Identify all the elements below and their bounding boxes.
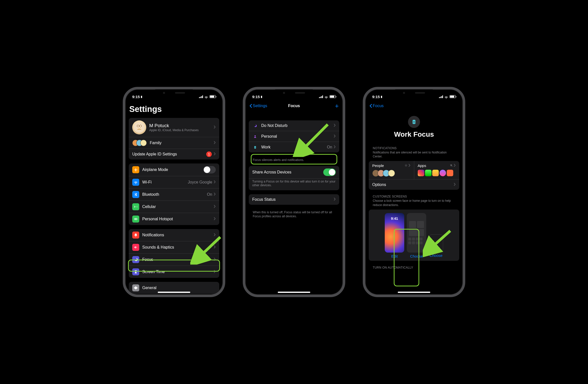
notif-sub: Notifications that are silenced will be …: [369, 150, 459, 159]
family-row[interactable]: Family: [129, 137, 219, 149]
screentime-row[interactable]: Screen Time: [129, 266, 219, 278]
wifi-icon: [444, 95, 448, 98]
notif-group: People Apps: [369, 161, 459, 190]
page-title: Settings: [129, 104, 219, 114]
svg-point-7: [254, 135, 256, 136]
avatar: [132, 120, 146, 134]
wifi-icon: [132, 179, 139, 186]
chevron-right-icon: [214, 152, 216, 156]
focus-row[interactable]: Focus: [129, 253, 219, 266]
choose-button[interactable]: Choose: [410, 254, 423, 258]
share-group: Share Across Devices Turning a Focus on …: [249, 166, 339, 190]
chevron-right-icon: [334, 124, 336, 128]
work-row[interactable]: Work On: [249, 142, 339, 152]
personal-row[interactable]: Personal: [249, 131, 339, 142]
screens-group: 9:41 Edit Choose: [369, 210, 459, 261]
update-badge: 1: [206, 151, 212, 157]
airplane-row[interactable]: Airplane Mode: [129, 163, 219, 176]
chevron-right-icon: [214, 180, 216, 184]
people-cell[interactable]: People: [369, 161, 414, 179]
status-time: 9:15: [372, 95, 380, 99]
phone-work-focus: 9:15 ▮ Focus Work Focus NOTIFICATIONS No…: [363, 87, 465, 297]
badge-icon: [408, 116, 420, 128]
focus-group: Notifications Sounds & Haptics Focus Scr…: [129, 229, 219, 278]
focus-footer: Focus silences alerts and notifications.: [249, 156, 339, 162]
choose-button[interactable]: Choose: [430, 253, 442, 258]
back-label: Focus: [373, 104, 384, 108]
moon-icon: [132, 256, 139, 263]
account-group: M Potuck Apple ID, iCloud, Media & Purch…: [129, 118, 219, 159]
lock-screen-col[interactable]: 9:41 Edit: [385, 213, 404, 258]
dnd-row[interactable]: Do Not Disturb: [249, 120, 339, 131]
badge-icon: [252, 144, 258, 150]
nav-title: Focus: [288, 104, 300, 108]
svg-rect-14: [413, 123, 415, 123]
share-footer: Turning a Focus on for this device will …: [252, 180, 336, 187]
people-apps-row: People Apps: [369, 161, 459, 179]
focus-indicator-icon: ▮: [141, 95, 142, 98]
watch-col[interactable]: Choose: [429, 213, 443, 258]
chevron-right-icon: [214, 205, 216, 209]
family-label: Family: [150, 141, 214, 145]
people-label: People: [372, 163, 384, 168]
focus-indicator-icon: ▮: [261, 95, 262, 98]
battery-icon: [210, 95, 216, 98]
chevron-left-icon: [369, 104, 372, 108]
app-icons: [418, 170, 456, 176]
bluetooth-row[interactable]: Bluetooth On: [129, 188, 219, 201]
airplane-label: Airplane Mode: [142, 167, 203, 172]
notifications-label: Notifications: [142, 233, 214, 237]
person-icon: [252, 134, 258, 139]
home-screen-col[interactable]: Choose: [407, 213, 426, 258]
bell-slash-icon: [450, 163, 453, 168]
back-button[interactable]: Focus: [369, 104, 384, 108]
options-label: Options: [372, 182, 454, 187]
home-screen-preview: [407, 213, 426, 253]
gear-icon: [404, 163, 408, 168]
nav-bar: Settings Focus +: [249, 100, 339, 111]
status-time: 9:15: [132, 95, 140, 99]
bell-icon: [132, 232, 139, 239]
chevron-right-icon: [334, 198, 336, 202]
chevron-right-icon: [214, 258, 216, 262]
notifications-row[interactable]: Notifications: [129, 229, 219, 241]
hourglass-icon: [132, 268, 139, 275]
cellular-row[interactable]: Cellular: [129, 201, 219, 213]
lock-time: 9:41: [385, 217, 404, 221]
personal-label: Personal: [261, 134, 334, 139]
apple-id-row[interactable]: M Potuck Apple ID, iCloud, Media & Purch…: [129, 118, 219, 137]
status-group: Focus Status: [249, 194, 339, 205]
wifi-icon: [324, 95, 328, 98]
wifi-label: Wi-Fi: [142, 180, 188, 184]
home-indicator[interactable]: [398, 292, 430, 293]
svg-point-13: [414, 121, 414, 122]
battery-icon: [450, 95, 456, 98]
options-row[interactable]: Options: [369, 179, 459, 190]
home-indicator[interactable]: [278, 292, 310, 293]
add-button[interactable]: +: [335, 102, 339, 110]
back-button[interactable]: Settings: [249, 104, 267, 108]
update-apple-id-row[interactable]: Update Apple ID Settings 1: [129, 149, 219, 159]
connectivity-group: Airplane Mode Wi-Fi Joyce Google Bluetoo…: [129, 163, 219, 225]
status-footer: When this is turned off, Focus status wi…: [249, 209, 339, 218]
chevron-right-icon: [408, 164, 410, 168]
focus-status-row[interactable]: Focus Status: [249, 194, 339, 205]
airplane-toggle[interactable]: [203, 166, 216, 173]
chevron-left-icon: [249, 104, 252, 108]
sounds-row[interactable]: Sounds & Haptics: [129, 241, 219, 253]
notif-header: NOTIFICATIONS: [369, 146, 459, 150]
share-row[interactable]: Share Across Devices: [249, 166, 339, 178]
update-label: Update Apple ID Settings: [132, 152, 206, 156]
edit-button[interactable]: Edit: [391, 254, 398, 258]
chevron-right-icon: [454, 183, 456, 187]
watch-preview: [429, 234, 443, 252]
chevron-right-icon: [214, 270, 216, 274]
hotspot-label: Personal Hotspot: [142, 217, 214, 221]
apps-cell[interactable]: Apps: [414, 161, 460, 179]
nav-bar: Focus: [369, 100, 459, 111]
share-toggle[interactable]: [323, 168, 336, 176]
wifi-row[interactable]: Wi-Fi Joyce Google: [129, 176, 219, 188]
auto-header: TURN ON AUTOMATICALLY: [369, 266, 459, 270]
home-indicator[interactable]: [158, 292, 190, 293]
hotspot-row[interactable]: Personal Hotspot: [129, 213, 219, 225]
